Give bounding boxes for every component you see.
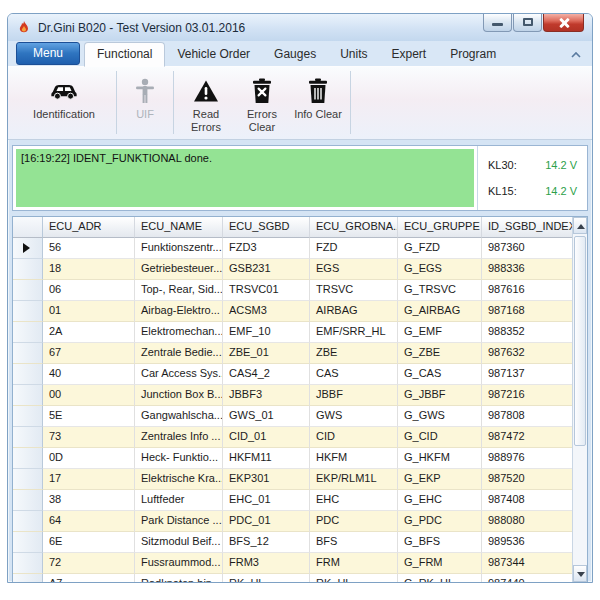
- cell-ecu-adr[interactable]: 17: [43, 469, 135, 490]
- cell-ecu-adr[interactable]: 72: [43, 553, 135, 574]
- cell-ecu-name[interactable]: Luftfeder: [135, 490, 223, 511]
- maximize-button[interactable]: [513, 14, 542, 32]
- cell-id-sgbd-index[interactable]: 987520: [482, 469, 572, 490]
- cell-ecu-grobna[interactable]: PDC: [310, 511, 398, 532]
- table-row[interactable]: 38LuftfederEHC_01EHCG_EHC987408: [13, 490, 572, 511]
- table-row[interactable]: 6ESitzmodul Beif...BFS_12BFSG_BFS989536: [13, 532, 572, 553]
- cell-ecu-grobna[interactable]: TRSVC: [310, 280, 398, 301]
- cell-ecu-name[interactable]: Getriebesteuer...: [135, 259, 223, 280]
- cell-ecu-sgbd[interactable]: JBBF3: [223, 385, 310, 406]
- table-row[interactable]: 73Zentrales Info ...CID_01CIDG_CID987472: [13, 427, 572, 448]
- cell-ecu-name[interactable]: Zentrale Bedie...: [135, 343, 223, 364]
- cell-ecu-gruppe[interactable]: G_FRM: [398, 553, 482, 574]
- tab-functional[interactable]: Functional: [84, 42, 165, 67]
- cell-ecu-grobna[interactable]: EGS: [310, 259, 398, 280]
- row-selector[interactable]: [13, 301, 43, 322]
- cell-ecu-sgbd[interactable]: GSB231: [223, 259, 310, 280]
- cell-id-sgbd-index[interactable]: 987137: [482, 364, 572, 385]
- tab-menu[interactable]: Menu: [16, 42, 80, 65]
- cell-id-sgbd-index[interactable]: 987344: [482, 553, 572, 574]
- row-selector[interactable]: [13, 469, 43, 490]
- cell-id-sgbd-index[interactable]: 987472: [482, 427, 572, 448]
- table-corner-cell[interactable]: [13, 217, 43, 238]
- cell-id-sgbd-index[interactable]: 987216: [482, 385, 572, 406]
- column-header-ecu-grobna[interactable]: ECU_GROBNA...: [310, 217, 398, 238]
- cell-ecu-gruppe[interactable]: G_CID: [398, 427, 482, 448]
- cell-id-sgbd-index[interactable]: 989536: [482, 532, 572, 553]
- row-selector[interactable]: [13, 259, 43, 280]
- cell-ecu-sgbd[interactable]: HKFM11: [223, 448, 310, 469]
- cell-ecu-adr[interactable]: A7: [43, 574, 135, 582]
- cell-ecu-gruppe[interactable]: G_TRSVC: [398, 280, 482, 301]
- cell-id-sgbd-index[interactable]: 987616: [482, 280, 572, 301]
- cell-ecu-name[interactable]: Funktionszentr...: [135, 238, 223, 259]
- cell-ecu-adr[interactable]: 2A: [43, 322, 135, 343]
- cell-ecu-adr[interactable]: 5E: [43, 406, 135, 427]
- cell-ecu-grobna[interactable]: CAS: [310, 364, 398, 385]
- cell-ecu-sgbd[interactable]: FRM3: [223, 553, 310, 574]
- row-selector[interactable]: [13, 238, 43, 259]
- cell-ecu-grobna[interactable]: RK_HL: [310, 574, 398, 582]
- cell-ecu-sgbd[interactable]: EHC_01: [223, 490, 310, 511]
- cell-ecu-name[interactable]: Car Access Sys...: [135, 364, 223, 385]
- cell-ecu-gruppe[interactable]: G_BFS: [398, 532, 482, 553]
- tab-vehicle-order[interactable]: Vehicle Order: [165, 43, 262, 66]
- uif-button[interactable]: UIF: [121, 69, 169, 136]
- scroll-up-button[interactable]: [573, 217, 587, 234]
- cell-ecu-sgbd[interactable]: TRSVC01: [223, 280, 310, 301]
- table-row[interactable]: 56Funktionszentr...FZD3FZDG_FZD987360: [13, 238, 572, 259]
- row-selector[interactable]: [13, 364, 43, 385]
- cell-ecu-gruppe[interactable]: G_ZBE: [398, 343, 482, 364]
- tab-units[interactable]: Units: [328, 43, 379, 66]
- cell-ecu-name[interactable]: Park Distance ...: [135, 511, 223, 532]
- cell-ecu-grobna[interactable]: JBBF: [310, 385, 398, 406]
- cell-ecu-sgbd[interactable]: FZD3: [223, 238, 310, 259]
- cell-ecu-grobna[interactable]: ZBE: [310, 343, 398, 364]
- row-selector[interactable]: [13, 511, 43, 532]
- table-row[interactable]: 64Park Distance ...PDC_01PDCG_PDC988080: [13, 511, 572, 532]
- cell-id-sgbd-index[interactable]: 987808: [482, 406, 572, 427]
- cell-ecu-adr[interactable]: 6E: [43, 532, 135, 553]
- cell-ecu-gruppe[interactable]: G_CAS: [398, 364, 482, 385]
- cell-id-sgbd-index[interactable]: 988080: [482, 511, 572, 532]
- cell-ecu-sgbd[interactable]: RK_HL: [223, 574, 310, 582]
- cell-ecu-sgbd[interactable]: PDC_01: [223, 511, 310, 532]
- table-row[interactable]: 5EGangwahlscha...GWS_01GWSG_GWS987808: [13, 406, 572, 427]
- cell-ecu-name[interactable]: Elektrische Kra...: [135, 469, 223, 490]
- cell-ecu-name[interactable]: Fussraummod...: [135, 553, 223, 574]
- cell-ecu-name[interactable]: Elektromechan...: [135, 322, 223, 343]
- column-header-ecu-sgbd[interactable]: ECU_SGBD: [223, 217, 310, 238]
- cell-ecu-name[interactable]: Heck- Funktio...: [135, 448, 223, 469]
- cell-id-sgbd-index[interactable]: 987440: [482, 574, 572, 582]
- cell-ecu-grobna[interactable]: EHC: [310, 490, 398, 511]
- cell-ecu-sgbd[interactable]: EMF_10: [223, 322, 310, 343]
- column-header-id-sgbd-index[interactable]: ID_SGBD_INDEX: [482, 217, 572, 238]
- column-header-ecu-gruppe[interactable]: ECU_GRUPPE: [398, 217, 482, 238]
- read-errors-button[interactable]: Read Errors: [178, 69, 234, 136]
- tab-expert[interactable]: Expert: [379, 43, 438, 66]
- title-bar[interactable]: Dr.Gini B020 - Test Version 03.01.2016: [8, 14, 592, 41]
- row-selector[interactable]: [13, 385, 43, 406]
- cell-ecu-gruppe[interactable]: G_FZD: [398, 238, 482, 259]
- cell-id-sgbd-index[interactable]: 987168: [482, 301, 572, 322]
- cell-ecu-adr[interactable]: 01: [43, 301, 135, 322]
- errors-clear-button[interactable]: Errors Clear: [234, 69, 290, 136]
- cell-ecu-adr[interactable]: 67: [43, 343, 135, 364]
- cell-ecu-adr[interactable]: 56: [43, 238, 135, 259]
- row-selector[interactable]: [13, 553, 43, 574]
- row-selector[interactable]: [13, 406, 43, 427]
- tab-gauges[interactable]: Gauges: [262, 43, 328, 66]
- table-row[interactable]: 06Top-, Rear, Sid...TRSVC01TRSVCG_TRSVC9…: [13, 280, 572, 301]
- cell-ecu-gruppe[interactable]: G_GWS: [398, 406, 482, 427]
- cell-ecu-sgbd[interactable]: ACSM3: [223, 301, 310, 322]
- identification-button[interactable]: Identification: [16, 69, 112, 136]
- cell-ecu-name[interactable]: Junction Box B...: [135, 385, 223, 406]
- vertical-scrollbar[interactable]: [572, 217, 587, 582]
- cell-ecu-grobna[interactable]: FRM: [310, 553, 398, 574]
- row-selector[interactable]: [13, 322, 43, 343]
- cell-ecu-sgbd[interactable]: CID_01: [223, 427, 310, 448]
- cell-ecu-gruppe[interactable]: G_EKP: [398, 469, 482, 490]
- cell-ecu-gruppe[interactable]: G_HKFM: [398, 448, 482, 469]
- cell-ecu-sgbd[interactable]: BFS_12: [223, 532, 310, 553]
- cell-ecu-grobna[interactable]: GWS: [310, 406, 398, 427]
